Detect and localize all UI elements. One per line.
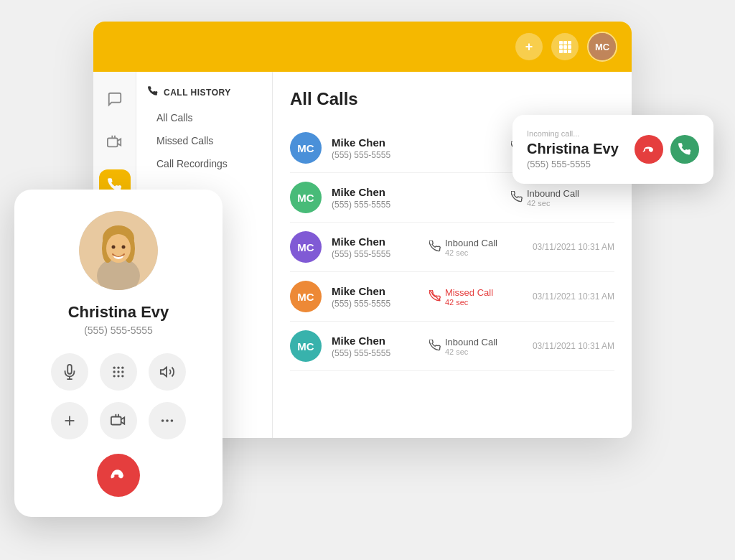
call-name: Mike Chen bbox=[332, 285, 419, 297]
call-type-label: Inbound Call bbox=[445, 238, 497, 248]
incoming-call-actions bbox=[635, 135, 699, 164]
phone-nav-icon bbox=[148, 86, 158, 98]
call-type: Inbound Call 42 sec bbox=[429, 337, 523, 356]
active-call-avatar bbox=[79, 211, 158, 290]
svg-point-30 bbox=[117, 370, 119, 373]
avatar: MC bbox=[290, 231, 322, 263]
sidebar-video-icon[interactable] bbox=[99, 126, 131, 158]
more-options-button[interactable] bbox=[149, 402, 186, 439]
call-type-details: Inbound Call 42 sec bbox=[445, 337, 497, 356]
page-title: All Calls bbox=[290, 89, 614, 109]
call-date: 03/11/2021 10:31 AM bbox=[533, 242, 614, 252]
svg-rect-1 bbox=[563, 41, 567, 45]
call-name: Mike Chen bbox=[332, 136, 501, 149]
video-call-button[interactable] bbox=[100, 402, 137, 439]
svg-point-26 bbox=[113, 367, 116, 369]
call-type-label: Missed Call bbox=[445, 287, 493, 298]
call-type: Inbound Call 42 sec bbox=[511, 188, 604, 207]
call-duration: 42 sec bbox=[445, 298, 493, 307]
svg-point-27 bbox=[117, 367, 119, 369]
call-name: Mike Chen bbox=[332, 186, 501, 198]
call-date: 03/11/2021 10:31 AM bbox=[533, 341, 614, 351]
call-type-label: Inbound Call bbox=[527, 188, 579, 199]
active-call-card: Christina Evy (555) 555-5555 bbox=[14, 190, 223, 517]
call-info: Mike Chen (555) 555-5555 bbox=[332, 235, 419, 259]
call-type: Inbound Call 42 sec bbox=[429, 238, 523, 257]
svg-point-42 bbox=[166, 419, 169, 422]
accept-call-button[interactable] bbox=[670, 135, 699, 164]
svg-rect-0 bbox=[559, 41, 563, 45]
call-duration: 42 sec bbox=[445, 248, 497, 257]
call-phone: (555) 555-5555 bbox=[332, 200, 501, 210]
inbound-call-icon bbox=[429, 241, 441, 254]
active-call-name: Christina Evy bbox=[68, 303, 169, 322]
svg-marker-35 bbox=[161, 368, 167, 377]
grid-button[interactable] bbox=[551, 33, 579, 60]
incoming-call-phone: (555) 555-5555 bbox=[527, 159, 626, 169]
call-info: Mike Chen (555) 555-5555 bbox=[332, 335, 419, 358]
call-phone: (555) 555-5555 bbox=[332, 299, 419, 309]
call-phone: (555) 555-5555 bbox=[332, 348, 419, 358]
speaker-button[interactable] bbox=[149, 353, 186, 391]
call-phone: (555) 555-5555 bbox=[332, 249, 419, 259]
call-duration: 42 sec bbox=[445, 347, 497, 356]
incoming-call-label: Incoming call... bbox=[527, 129, 626, 138]
user-avatar[interactable]: MC bbox=[587, 32, 617, 62]
svg-point-28 bbox=[121, 367, 123, 369]
svg-rect-8 bbox=[568, 50, 571, 53]
incoming-call-info: Incoming call... Christina Evy (555) 555… bbox=[527, 129, 626, 169]
end-call-button[interactable] bbox=[97, 454, 140, 497]
call-type-details: Inbound Call 42 sec bbox=[527, 188, 579, 207]
add-call-button[interactable] bbox=[51, 402, 88, 439]
call-item[interactable]: MC Mike Chen (555) 555-5555 Inbo bbox=[290, 322, 614, 371]
mute-button[interactable] bbox=[51, 353, 88, 391]
call-controls-row1 bbox=[51, 353, 186, 391]
top-bar: + MC bbox=[93, 22, 632, 72]
call-item[interactable]: MC Mike Chen (555) 555-5555 bbox=[290, 272, 614, 322]
svg-point-25 bbox=[122, 246, 126, 249]
call-info: Mike Chen (555) 555-5555 bbox=[332, 186, 501, 210]
svg-point-43 bbox=[171, 419, 174, 422]
call-item[interactable]: MC Mike Chen (555) 555-5555 Inbo bbox=[290, 223, 614, 272]
svg-point-32 bbox=[113, 375, 116, 377]
avatar: MC bbox=[290, 182, 322, 213]
svg-rect-5 bbox=[568, 45, 571, 49]
incoming-call-popup: Incoming call... Christina Evy (555) 555… bbox=[512, 115, 713, 184]
svg-point-34 bbox=[121, 375, 123, 377]
inbound-call-icon bbox=[511, 191, 523, 205]
keypad-button[interactable] bbox=[100, 353, 137, 391]
call-type-missed: Missed Call 42 sec bbox=[429, 287, 523, 307]
add-button[interactable]: + bbox=[515, 33, 543, 60]
nav-all-calls[interactable]: All Calls bbox=[148, 107, 261, 129]
nav-missed-calls[interactable]: Missed Calls bbox=[148, 130, 261, 151]
call-controls-row2 bbox=[51, 402, 186, 439]
svg-rect-38 bbox=[111, 417, 121, 425]
svg-rect-4 bbox=[563, 45, 567, 49]
call-history-section-title: CALL HISTORY bbox=[148, 86, 261, 98]
call-type-label: Inbound Call bbox=[445, 337, 497, 347]
missed-call-icon bbox=[429, 290, 441, 304]
svg-point-41 bbox=[161, 419, 164, 422]
call-name: Mike Chen bbox=[332, 335, 419, 347]
call-date: 03/11/2021 10:31 AM bbox=[533, 291, 614, 302]
nav-call-recordings[interactable]: Call Recordings bbox=[148, 153, 261, 174]
call-type-details: Missed Call 42 sec bbox=[445, 287, 493, 307]
avatar: MC bbox=[290, 281, 322, 312]
incoming-call-name: Christina Evy bbox=[527, 141, 626, 157]
avatar: MC bbox=[290, 132, 322, 164]
svg-point-31 bbox=[121, 370, 123, 373]
call-name: Mike Chen bbox=[332, 235, 419, 248]
decline-call-button[interactable] bbox=[635, 135, 663, 164]
svg-point-33 bbox=[117, 375, 119, 377]
sidebar-chat-icon[interactable] bbox=[99, 83, 131, 115]
avatar: MC bbox=[290, 330, 322, 362]
call-phone: (555) 555-5555 bbox=[332, 150, 501, 160]
inbound-call-icon bbox=[429, 340, 441, 353]
call-info: Mike Chen (555) 555-5555 bbox=[332, 136, 501, 160]
svg-rect-3 bbox=[559, 45, 563, 49]
svg-point-24 bbox=[112, 246, 116, 249]
svg-rect-7 bbox=[563, 50, 567, 53]
call-duration: 42 sec bbox=[527, 199, 579, 207]
svg-point-29 bbox=[113, 370, 116, 373]
active-call-phone: (555) 555-5555 bbox=[84, 325, 153, 336]
